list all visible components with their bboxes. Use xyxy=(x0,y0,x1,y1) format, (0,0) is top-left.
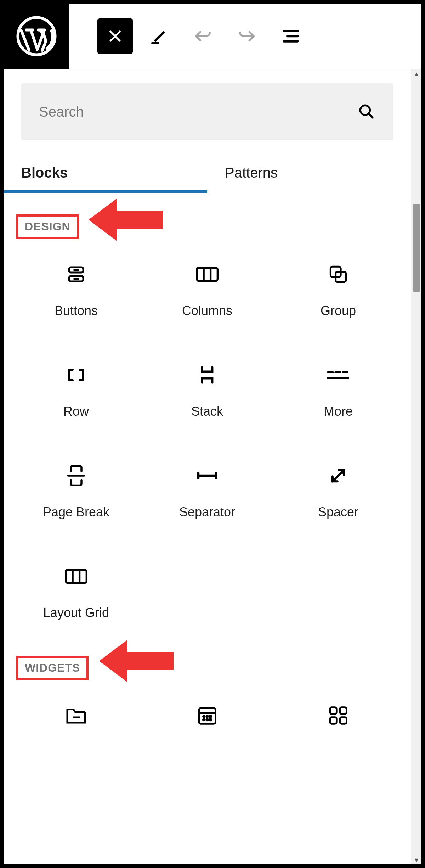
close-icon xyxy=(107,28,123,44)
spacer-icon xyxy=(328,466,348,486)
svg-rect-35 xyxy=(340,707,347,714)
block-stack[interactable]: Stack xyxy=(142,361,273,419)
block-archives[interactable] xyxy=(11,701,142,730)
separator-icon xyxy=(195,472,220,479)
group-icon xyxy=(328,264,348,285)
block-inserter-toggle[interactable] xyxy=(97,18,133,54)
block-page-break[interactable]: Page Break xyxy=(11,461,142,520)
category-heading-widgets: WIDGETS xyxy=(16,656,89,680)
annotation-arrow-icon xyxy=(99,638,174,684)
svg-point-33 xyxy=(210,719,211,721)
archives-icon xyxy=(66,706,87,725)
inserter-scrollbar[interactable]: ▴ ▾ xyxy=(411,69,421,864)
document-outline-button[interactable] xyxy=(273,18,308,54)
block-label: More xyxy=(324,404,353,419)
svg-point-28 xyxy=(203,716,205,717)
tab-blocks[interactable]: Blocks xyxy=(4,154,207,193)
row-icon xyxy=(66,368,87,382)
block-label: Row xyxy=(63,404,89,419)
pencil-icon xyxy=(149,26,169,46)
list-view-icon xyxy=(280,26,301,46)
block-label: Buttons xyxy=(55,303,98,318)
buttons-icon xyxy=(66,264,87,285)
block-categories[interactable] xyxy=(273,701,404,730)
svg-marker-2 xyxy=(89,198,163,241)
block-grid-widgets xyxy=(4,687,411,737)
page-break-icon xyxy=(67,465,85,486)
block-label: Separator xyxy=(179,505,235,520)
undo-icon xyxy=(193,26,213,46)
block-label: Columns xyxy=(182,303,232,318)
categories-icon xyxy=(328,706,348,726)
wordpress-logo[interactable] xyxy=(4,4,69,69)
editor-toolbar xyxy=(4,4,421,69)
block-calendar[interactable] xyxy=(142,701,273,730)
redo-icon xyxy=(237,26,257,46)
block-spacer[interactable]: Spacer xyxy=(273,461,404,520)
svg-marker-24 xyxy=(99,640,174,682)
search-input[interactable] xyxy=(39,104,358,120)
block-inserter-panel: Blocks Patterns DESIGN Buttons xyxy=(4,69,421,864)
tab-patterns[interactable]: Patterns xyxy=(207,154,411,193)
category-heading-design: DESIGN xyxy=(16,214,79,239)
tools-button[interactable] xyxy=(141,18,177,54)
redo-button[interactable] xyxy=(229,18,265,54)
stack-icon xyxy=(199,365,215,385)
block-more[interactable]: More xyxy=(273,361,404,419)
block-label: Stack xyxy=(191,404,223,419)
block-group[interactable]: Group xyxy=(273,260,404,318)
svg-rect-21 xyxy=(66,570,87,583)
scroll-up-icon[interactable]: ▴ xyxy=(411,69,421,78)
svg-rect-36 xyxy=(330,717,337,724)
calendar-icon xyxy=(197,706,217,726)
svg-point-31 xyxy=(203,719,205,721)
layout-grid-icon xyxy=(65,569,87,584)
columns-icon xyxy=(196,267,219,282)
inserter-tabs: Blocks Patterns xyxy=(4,154,411,193)
svg-point-30 xyxy=(210,716,211,717)
block-label: Spacer xyxy=(318,505,358,520)
svg-rect-34 xyxy=(330,707,337,714)
search-icon xyxy=(358,103,375,121)
annotation-arrow-icon xyxy=(89,197,163,243)
svg-point-32 xyxy=(206,719,208,721)
svg-rect-37 xyxy=(340,717,347,724)
scrollbar-thumb[interactable] xyxy=(413,204,420,292)
block-label: Group xyxy=(321,303,356,318)
svg-rect-7 xyxy=(197,268,218,281)
block-separator[interactable]: Separator xyxy=(142,461,273,520)
scroll-down-icon[interactable]: ▾ xyxy=(411,855,421,864)
block-row[interactable]: Row xyxy=(11,361,142,419)
block-grid-design: Buttons Columns Group xyxy=(4,246,411,620)
block-columns[interactable]: Columns xyxy=(142,260,273,318)
more-icon xyxy=(327,370,349,380)
block-search[interactable] xyxy=(21,83,393,140)
undo-button[interactable] xyxy=(185,18,221,54)
block-layout-grid[interactable]: Layout Grid xyxy=(11,562,142,620)
block-label: Page Break xyxy=(43,505,109,520)
svg-point-29 xyxy=(206,716,208,717)
block-buttons[interactable]: Buttons xyxy=(11,260,142,318)
block-label: Layout Grid xyxy=(43,605,109,620)
wordpress-icon xyxy=(15,15,58,57)
